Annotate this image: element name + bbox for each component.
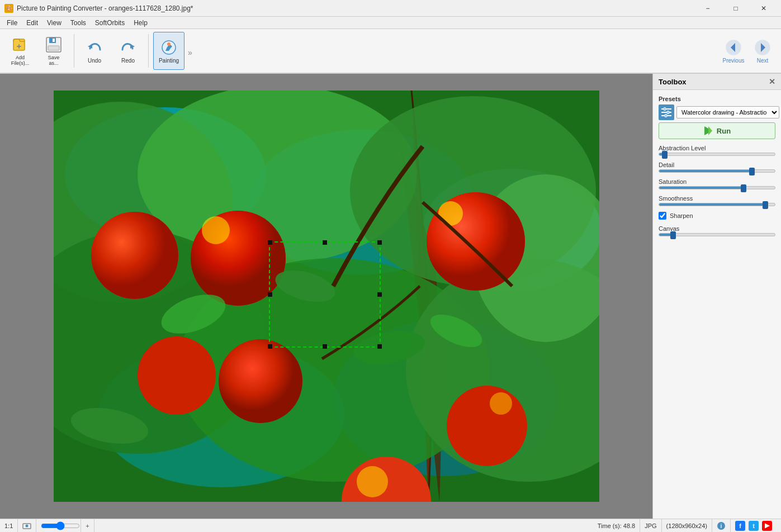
saturation-slider[interactable] (659, 186, 775, 189)
abstraction-label: Abstraction Level (659, 145, 775, 151)
svg-point-35 (447, 386, 527, 466)
svg-point-37 (438, 201, 463, 226)
sharpen-label[interactable]: Sharpen (670, 212, 693, 219)
add-files-button[interactable]: AddFile(s)... (4, 32, 36, 70)
next-label: Next (757, 58, 769, 64)
svg-point-8 (167, 42, 171, 46)
facebook-icon[interactable]: f (735, 521, 745, 531)
painting-label: Painting (159, 58, 179, 64)
maximize-button[interactable]: □ (723, 0, 749, 17)
svg-point-54 (26, 524, 29, 527)
close-button[interactable]: ✕ (751, 0, 777, 17)
smoothness-slider[interactable] (659, 203, 775, 206)
save-as-button[interactable]: Saveas... (38, 32, 69, 70)
undo-icon (86, 39, 103, 56)
svg-point-38 (490, 392, 512, 415)
toolbox-body: Presets Watercolor drawing - A (653, 90, 781, 242)
save-as-icon (45, 36, 63, 54)
saturation-thumb[interactable] (741, 184, 746, 192)
detail-label: Detail (659, 162, 775, 168)
menu-edit[interactable]: Edit (22, 18, 42, 28)
menu-tools[interactable]: Tools (66, 18, 91, 28)
minimize-button[interactable]: − (695, 0, 721, 17)
canvas-slider[interactable] (659, 233, 775, 236)
toolbox-panel: Toolbox ✕ Presets (652, 74, 781, 519)
svg-point-39 (357, 466, 388, 497)
redo-label: Redo (121, 58, 135, 64)
svg-point-32 (138, 336, 216, 415)
presets-row: Watercolor drawing - Abstractio (659, 104, 775, 120)
painting-button[interactable]: Painting (153, 32, 184, 70)
toolbox-header: Toolbox ✕ (653, 74, 781, 90)
detail-thumb[interactable] (749, 168, 755, 175)
presets-section: Presets Watercolor drawing - A (659, 96, 775, 139)
painting-svg (54, 91, 599, 502)
abstraction-slider-container: Abstraction Level (659, 145, 775, 156)
zoom-slider[interactable] (41, 521, 80, 530)
nav-buttons: Previous Next (720, 29, 777, 74)
redo-icon (119, 39, 137, 56)
detail-fill (659, 170, 752, 172)
dimensions-display: (1280x960x24) (662, 519, 712, 532)
canvas-slider-container: Canvas (659, 225, 775, 236)
twitter-icon[interactable]: t (749, 521, 759, 531)
abstraction-thumb[interactable] (662, 151, 668, 159)
canvas-area[interactable] (0, 74, 652, 519)
add-files-label: AddFile(s)... (11, 55, 30, 66)
presets-label: Presets (659, 96, 775, 102)
toolbar-expand[interactable]: » (188, 48, 192, 57)
run-button[interactable]: Run (659, 122, 775, 139)
svg-point-33 (219, 339, 302, 423)
main-content: Toolbox ✕ Presets (0, 74, 781, 519)
app-icon: 🎨 (4, 4, 13, 13)
painted-canvas[interactable] (54, 91, 599, 502)
previous-button[interactable]: Previous (720, 31, 747, 72)
time-display: Time (s): 48.8 (593, 519, 640, 532)
zoom-plus-icon[interactable]: + (81, 519, 94, 532)
svg-text:i: i (721, 523, 722, 529)
saturation-fill (659, 187, 744, 189)
smoothness-slider-container: Smoothness (659, 195, 775, 206)
sharpen-checkbox[interactable] (659, 212, 666, 220)
presets-select[interactable]: Watercolor drawing - Abstractio (676, 106, 779, 118)
toolbox-close-icon[interactable]: ✕ (769, 77, 775, 86)
detail-slider-container: Detail (659, 162, 775, 173)
svg-marker-52 (708, 126, 712, 135)
menu-softorbits[interactable]: SoftOrbits (91, 18, 129, 28)
save-as-label: Saveas... (48, 55, 60, 66)
youtube-icon[interactable]: ▶ (762, 521, 772, 531)
status-bar: 1:1 + Time (s): 48.8 JPG (1280x960x24) i… (0, 519, 781, 532)
toolbar: AddFile(s)... Saveas... Undo (0, 29, 781, 74)
abstraction-slider[interactable] (659, 153, 775, 156)
zoom-view-icon[interactable] (18, 519, 36, 532)
next-button[interactable]: Next (749, 31, 777, 72)
svg-rect-3 (48, 46, 59, 50)
smoothness-thumb[interactable] (763, 201, 768, 209)
window-title: Picture to Painting Converter - oranges-… (17, 4, 695, 12)
smoothness-fill (659, 203, 765, 206)
add-files-icon (11, 36, 29, 54)
svg-point-48 (664, 108, 666, 111)
menu-view[interactable]: View (42, 18, 66, 28)
svg-point-36 (202, 216, 230, 244)
detail-slider[interactable] (659, 169, 775, 173)
run-label: Run (717, 127, 731, 135)
format-display: JPG (640, 519, 661, 532)
previous-label: Previous (723, 58, 745, 64)
smoothness-label: Smoothness (659, 195, 775, 202)
saturation-label: Saturation (659, 178, 775, 185)
canvas-thumb[interactable] (670, 231, 676, 239)
separator-2 (148, 34, 149, 68)
undo-button[interactable]: Undo (79, 32, 110, 70)
svg-point-49 (667, 111, 670, 114)
undo-label: Undo (88, 58, 101, 64)
zoom-slider-container[interactable] (36, 519, 81, 532)
sharpen-row: Sharpen (659, 212, 775, 220)
menu-file[interactable]: File (2, 18, 22, 28)
toolbox-title: Toolbox (659, 78, 687, 86)
svg-rect-4 (53, 39, 55, 42)
menu-help[interactable]: Help (129, 18, 152, 28)
menu-bar: File Edit View Tools SoftOrbits Help (0, 17, 781, 29)
redo-button[interactable]: Redo (112, 32, 144, 70)
info-icon[interactable]: i (712, 519, 731, 532)
